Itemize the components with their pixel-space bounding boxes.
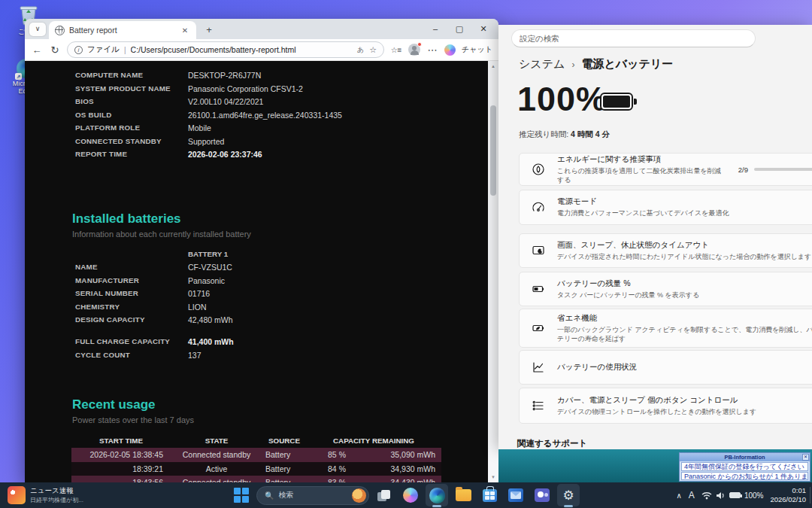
info-label: REPORT TIME [75, 150, 188, 159]
battery-label: NAME [75, 263, 188, 272]
card-title: カバー、電源とスリープ 個のボタン コントロール [557, 395, 812, 406]
screen-sleep-icon [532, 244, 545, 257]
info-label: BIOS [75, 97, 188, 106]
battery-label: DESIGN CAPACITY [75, 315, 188, 324]
edge-icon [429, 488, 445, 503]
start-button[interactable] [233, 487, 250, 503]
favorite-star-icon[interactable]: ☆ [369, 45, 377, 55]
dialog-notice-link[interactable]: 4年間無償保証の登録を行ってください [681, 462, 808, 471]
usage-row: 2026-02-05 18:38:45 Connected standby Ba… [71, 448, 441, 462]
tab-close-icon[interactable]: ✕ [180, 26, 190, 35]
settings-search-input[interactable] [511, 29, 756, 47]
browser-scrollbar[interactable]: ▲ ▼ [488, 61, 498, 482]
profile-avatar[interactable] [408, 44, 420, 56]
page-info-icon[interactable]: i [74, 46, 83, 54]
cell-source: Battery [262, 464, 306, 473]
refresh-button[interactable]: ↻ [49, 44, 61, 56]
ime-indicator[interactable]: A [689, 490, 695, 500]
section-subtitle: Information about each currently install… [72, 230, 251, 239]
more-menu-icon[interactable]: ⋯ [426, 44, 438, 56]
card-subtitle: これらの推奨事項を適用して二酸化炭素排出量を削減する [557, 166, 726, 184]
battery-value: 137 [188, 351, 481, 360]
tray-battery-percent: 100% [744, 491, 764, 500]
battery-full-icon [600, 93, 633, 111]
settings-window: システム › 電源とバッテリー 100% 推定残り時間: 4 時間 4 分 エネ… [498, 25, 812, 449]
gear-icon: ⚙ [562, 489, 574, 502]
back-button[interactable]: ← [31, 44, 43, 56]
cell-state: Connected standby [171, 450, 262, 459]
maximize-button[interactable]: ▢ [447, 20, 471, 37]
col-header: STATE [171, 437, 262, 445]
card-title: 電源モード [557, 196, 812, 207]
info-label: COMPUTER NAME [75, 71, 188, 80]
section-title: Recent usage [72, 397, 194, 412]
card-subtitle: 一部のバックグラウンド アクティビティを制限することで、電力消費を削減し、バッテ… [557, 325, 812, 343]
card-battery-percent[interactable]: バッテリーの残量 % タスク バーにバッテリーの残量 % を表示する [519, 272, 812, 306]
minimize-button[interactable]: – [423, 20, 447, 37]
breadcrumb-separator-icon: › [571, 59, 574, 70]
dialog-title-bar[interactable]: PB-Information ✕ [680, 453, 810, 461]
breadcrumb-parent[interactable]: システム [519, 57, 565, 71]
card-battery-usage[interactable]: バッテリーの使用状況 [519, 350, 812, 385]
copilot-chat-label[interactable]: チャット [462, 44, 492, 55]
dialog-notice-link[interactable]: Panasonic からのお知らせが 1 件あります [681, 472, 808, 481]
speaker-icon [716, 491, 726, 500]
related-support-heading: 関連するサポート [517, 438, 587, 449]
installed-batteries-section: Installed batteries Information about ea… [72, 211, 251, 239]
battery-report-page: COMPUTER NAMEDESKTOP-2R6J77N SYSTEM PROD… [25, 61, 488, 482]
outlook-icon [508, 488, 523, 502]
address-url: C:/Users/pcuser/Documents/battery-report… [131, 45, 353, 54]
lid-buttons-icon [532, 399, 545, 412]
battery-info-table: NAMECF-VZSU1C MANUFACTURERPanasonic SERI… [75, 263, 481, 360]
card-energy-recommendations[interactable]: エネルギーに関する推奨事項 これらの推奨事項を適用して二酸化炭素排出量を削減する… [519, 153, 812, 186]
progress-label: 2/9 [738, 166, 748, 174]
edge-taskbar-button[interactable] [426, 484, 448, 506]
info-value: Panasonic Corporation CFSV1-2 [188, 84, 481, 93]
store-button[interactable] [478, 484, 501, 506]
globe-favicon-icon [55, 26, 65, 35]
energy-saver-icon [532, 321, 545, 335]
taskbar-search[interactable]: 🔍 検索 [256, 486, 369, 505]
settings-taskbar-button[interactable]: ⚙ [557, 484, 580, 506]
usage-row: 18:39:21 Active Battery 84 % 34,930 mWh [71, 462, 441, 476]
scroll-up-icon[interactable]: ▲ [488, 64, 498, 68]
taskbar-clock[interactable]: 0:01 2026/02/10 [770, 486, 806, 505]
battery-column-header: BATTERY 1 [188, 250, 228, 258]
cell-start-time: 2026-02-05 18:38:45 [71, 450, 171, 459]
close-button[interactable]: ✕ [471, 20, 495, 37]
widgets-button[interactable]: ニュース速報 日経平均株価が初... [0, 486, 128, 504]
copilot-button[interactable] [399, 484, 422, 506]
address-input[interactable]: i ファイル | C:/Users/pcuser/Documents/batte… [67, 41, 384, 58]
card-lid-button-controls[interactable]: カバー、電源とスリープ 個のボタン コントロール デバイスの物理コントロールを操… [519, 388, 812, 424]
card-screen-sleep-timeouts[interactable]: 画面、スリープ、休止状態のタイムアウト デバイスが指定された時間にわたりアイドル… [519, 233, 812, 268]
task-view-button[interactable] [373, 484, 395, 506]
system-tray[interactable]: 100% [701, 491, 764, 500]
tray-overflow-chevron-icon[interactable]: ∧ [677, 491, 682, 500]
outlook-button[interactable] [504, 484, 527, 506]
card-energy-saver[interactable]: 省エネ機能 一部のバックグラウンド アクティビティを制限することで、電力消費を削… [519, 309, 812, 348]
card-subtitle: デバイスの物理コントロールを操作したときの動作を選択します [557, 407, 812, 416]
scrollbar-thumb[interactable] [490, 105, 496, 196]
new-tab-button[interactable]: + [202, 24, 216, 35]
browser-tab-strip: ∨ Battery report ✕ + – ▢ ✕ [25, 19, 498, 39]
taskbar: ニュース速報 日経平均株価が初... 🔍 検索 ⚙ ∧ A 100% 0:01 [0, 482, 812, 508]
copilot-icon[interactable] [444, 44, 456, 56]
wifi-icon [701, 491, 712, 500]
collections-icon[interactable]: ☆≡ [390, 46, 402, 54]
system-info-table: COMPUTER NAMEDESKTOP-2R6J77N SYSTEM PROD… [75, 71, 481, 159]
dialog-title: PB-Information [724, 454, 765, 461]
dialog-close-icon[interactable]: ✕ [802, 454, 809, 461]
card-subtitle: 電力消費とパフォーマンスに基づいてデバイスを最適化 [557, 208, 812, 217]
pb-information-dialog: PB-Information ✕ 4年間無償保証の登録を行ってください Pana… [679, 452, 810, 482]
translate-icon[interactable]: あ [357, 45, 364, 55]
browser-tab[interactable]: Battery report ✕ [49, 21, 196, 39]
info-value: DESKTOP-2R6J77N [188, 71, 481, 80]
scroll-down-icon[interactable]: ▼ [488, 475, 498, 479]
card-power-mode[interactable]: 電源モード 電力消費とパフォーマンスに基づいてデバイスを最適化 [519, 190, 812, 225]
estimated-time-remaining: 推定残り時間: 4 時間 4 分 [519, 129, 610, 140]
cell-mwh: 34,930 mWh [368, 464, 441, 473]
teams-button[interactable] [531, 484, 553, 506]
file-explorer-button[interactable] [452, 484, 474, 506]
tab-actions-button[interactable]: ∨ [29, 23, 46, 36]
tab-title: Battery report [69, 26, 175, 35]
